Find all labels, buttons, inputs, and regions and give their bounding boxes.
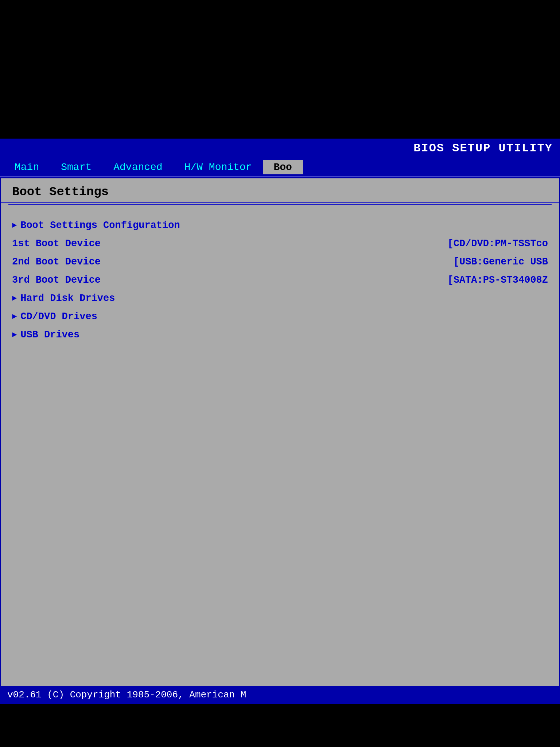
status-text: v02.61 (C) Copyright 1985-2006, American… <box>7 689 246 700</box>
nav-bar: Main Smart Advanced H/W Monitor Boo <box>0 158 560 177</box>
first-boot-device-value: [CD/DVD:PM-TSSTco <box>448 238 548 249</box>
third-boot-device-value: [SATA:PS-ST34008Z <box>448 275 548 286</box>
arrow-icon-boot-config: ► <box>12 221 17 230</box>
third-boot-device-item[interactable]: 3rd Boot Device [SATA:PS-ST34008Z <box>5 271 555 289</box>
hard-disk-drives-label: Hard Disk Drives <box>20 293 115 304</box>
divider <box>8 204 552 205</box>
second-boot-device-label: 2nd Boot Device <box>12 256 101 267</box>
first-boot-device-item[interactable]: 1st Boot Device [CD/DVD:PM-TSSTco <box>5 235 555 253</box>
nav-advanced[interactable]: Advanced <box>102 160 173 174</box>
title-text: BIOS SETUP UTILITY <box>413 142 553 155</box>
cddvd-drives-label: CD/DVD Drives <box>20 311 97 322</box>
menu-list: ► Boot Settings Configuration 1st Boot D… <box>1 209 559 351</box>
title-bar: BIOS SETUP UTILITY <box>0 139 560 158</box>
nav-smart[interactable]: Smart <box>50 160 102 174</box>
status-bar: v02.61 (C) Copyright 1985-2006, American… <box>0 686 560 704</box>
nav-hw-monitor[interactable]: H/W Monitor <box>174 160 263 174</box>
boot-settings-config-item[interactable]: ► Boot Settings Configuration <box>5 216 555 235</box>
second-boot-device-value: [USB:Generic USB <box>454 256 548 267</box>
third-boot-device-label: 3rd Boot Device <box>12 275 101 286</box>
usb-drives-item[interactable]: ► USB Drives <box>5 326 555 344</box>
bios-screen: BIOS SETUP UTILITY Main Smart Advanced H… <box>0 139 560 704</box>
usb-drives-label: USB Drives <box>20 329 79 340</box>
hard-disk-drives-item[interactable]: ► Hard Disk Drives <box>5 289 555 307</box>
nav-main[interactable]: Main <box>4 160 50 174</box>
second-boot-device-item[interactable]: 2nd Boot Device [USB:Generic USB <box>5 253 555 271</box>
cddvd-drives-item[interactable]: ► CD/DVD Drives <box>5 307 555 326</box>
section-title: Boot Settings <box>1 178 559 203</box>
arrow-icon-cddvd: ► <box>12 312 17 321</box>
nav-boot[interactable]: Boo <box>263 160 303 174</box>
main-content: Boot Settings ► Boot Settings Configurat… <box>0 177 560 704</box>
boot-settings-config-label: Boot Settings Configuration <box>20 220 180 231</box>
arrow-icon-hdd: ► <box>12 294 17 303</box>
arrow-icon-usb: ► <box>12 330 17 340</box>
first-boot-device-label: 1st Boot Device <box>12 238 101 249</box>
